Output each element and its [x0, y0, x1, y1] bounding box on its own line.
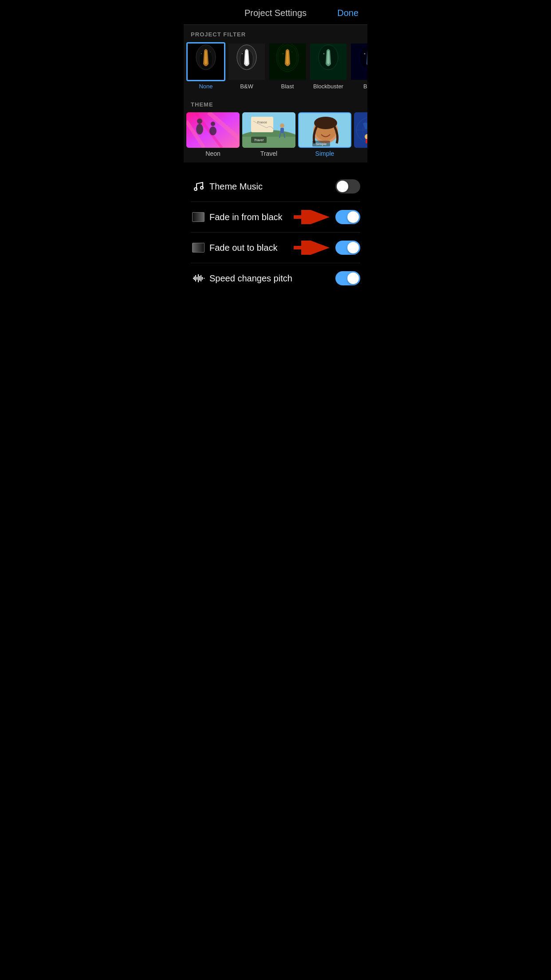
svg-text:Simple: Simple [316, 142, 327, 146]
filter-thumb-none [186, 42, 225, 81]
theme-thumb-neon [186, 112, 240, 148]
filter-label-none: None [199, 83, 213, 90]
setting-fade-out: Fade out to black [191, 233, 360, 263]
filter-blockbuster[interactable]: Blockbuster [309, 42, 348, 90]
filter-thumb-bw [227, 42, 266, 81]
svg-text:France: France [257, 121, 267, 124]
music-icon [191, 180, 206, 193]
filter-label-blockbuster: Blockbuster [313, 83, 343, 90]
svg-point-23 [211, 122, 215, 126]
theme-news[interactable]: News News [354, 112, 367, 157]
svg-point-56 [201, 186, 203, 189]
theme-label-simple: Simple [315, 150, 335, 157]
theme-thumb-travel: France Travel [242, 112, 295, 148]
toggle-speed-pitch[interactable] [335, 271, 360, 285]
page-title: Project Settings [244, 8, 307, 18]
toggle-fade-out[interactable] [335, 241, 360, 255]
filter-thumb-blockbuster [309, 42, 348, 81]
setting-speed-pitch: Speed changes pitch [191, 263, 360, 293]
filter-label-blast: Blast [281, 83, 294, 90]
filter-blue[interactable]: Blue [350, 42, 367, 90]
theme-thumb-news: News [354, 112, 367, 148]
filter-none[interactable]: None [186, 42, 225, 90]
svg-point-8 [291, 51, 292, 52]
theme-neon[interactable]: Neon [186, 112, 240, 157]
setting-label-theme-music: Theme Music [209, 182, 335, 192]
toggle-fade-in[interactable] [335, 210, 360, 224]
setting-label-fade-out: Fade out to black [209, 243, 335, 253]
theme-label-neon: Neon [205, 150, 220, 157]
settings-section: Theme Music Fade in from black Fade out [184, 171, 367, 293]
filter-label-blue: Blue [363, 83, 367, 90]
filter-blast[interactable]: Blast [268, 42, 307, 90]
svg-rect-30 [280, 128, 284, 133]
svg-point-2 [210, 51, 211, 52]
done-button[interactable]: Done [337, 8, 358, 18]
svg-point-55 [194, 188, 197, 190]
setting-label-fade-in: Fade in from black [209, 212, 335, 222]
project-filter-row: None B&W [184, 42, 367, 95]
svg-point-1 [201, 53, 202, 54]
theme-label-travel: Travel [260, 150, 277, 157]
svg-rect-26 [242, 137, 295, 148]
svg-rect-47 [366, 139, 367, 143]
svg-point-21 [197, 119, 202, 124]
svg-point-20 [196, 124, 203, 134]
waveform-icon [191, 272, 206, 285]
svg-point-15 [364, 53, 366, 55]
filter-label-bw: B&W [240, 83, 253, 90]
setting-label-speed-pitch: Speed changes pitch [209, 273, 335, 284]
svg-point-7 [283, 53, 283, 54]
svg-rect-27 [251, 117, 273, 132]
setting-fade-in: Fade in from black [191, 202, 360, 233]
theme-thumb-simple: Simple [298, 112, 351, 148]
setting-theme-music: Theme Music [191, 171, 360, 202]
fade-in-icon [191, 212, 206, 222]
theme-row: Neon France [184, 112, 367, 162]
theme-section-label: THEME [184, 95, 367, 112]
header: Project Settings Done [184, 0, 367, 25]
project-filter-label: PROJECT FILTER [184, 25, 367, 42]
svg-point-4 [242, 53, 243, 54]
theme-travel[interactable]: France Travel Travel [242, 112, 295, 157]
svg-text:Travel: Travel [254, 138, 264, 142]
fade-out-icon [191, 243, 206, 253]
svg-point-38 [314, 117, 337, 129]
toggle-theme-music[interactable] [335, 179, 360, 194]
svg-point-29 [280, 123, 284, 128]
svg-point-12 [323, 53, 325, 55]
filter-thumb-blast [268, 42, 307, 81]
filter-bw[interactable]: B&W [227, 42, 266, 90]
filter-thumb-blue [350, 42, 367, 81]
svg-point-22 [209, 126, 216, 135]
theme-simple[interactable]: Simple Simple [298, 112, 351, 157]
